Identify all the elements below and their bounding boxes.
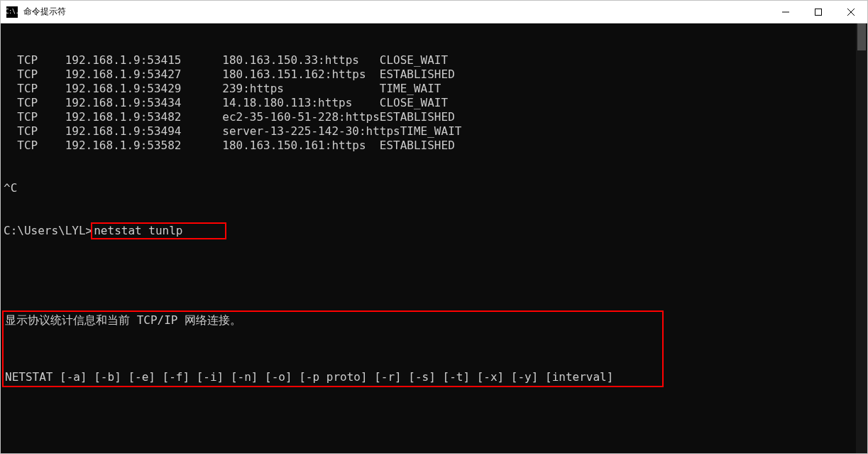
connection-row: TCP 192.168.1.9:53434 14.18.180.113:http… xyxy=(4,96,867,110)
prompt-line: C:\Users\LYL>netstat tunlp xyxy=(4,224,867,238)
close-icon xyxy=(847,9,855,16)
titlebar[interactable]: C:\. 命令提示符 xyxy=(1,1,867,23)
blank-line xyxy=(4,418,867,433)
app-icon: C:\. xyxy=(6,6,18,18)
prompt-path: C:\Users\LYL> xyxy=(4,224,92,237)
interrupt-line: ^C xyxy=(4,181,867,195)
connection-row: TCP 192.168.1.9:53482 ec2-35-160-51-228:… xyxy=(4,110,867,124)
connection-table: TCP 192.168.1.9:53415 180.163.150.33:htt… xyxy=(4,53,867,153)
scroll-thumb[interactable] xyxy=(857,23,866,50)
connection-row: TCP 192.168.1.9:53582 180.163.150.161:ht… xyxy=(4,139,867,153)
window-frame: C:\. 命令提示符 TCP 192.168.1.9:53415 180.163… xyxy=(0,0,868,454)
vertical-scrollbar[interactable] xyxy=(856,23,867,453)
help-summary: 显示协议统计信息和当前 TCP/IP 网络连接。 xyxy=(5,313,661,328)
minimize-button[interactable] xyxy=(769,1,802,23)
svg-rect-1 xyxy=(815,9,822,15)
blank-line xyxy=(4,266,867,281)
connection-row: TCP 192.168.1.9:53415 180.163.150.33:htt… xyxy=(4,53,867,67)
connection-row: TCP 192.168.1.9:53494 server-13-225-142-… xyxy=(4,124,867,139)
maximize-icon xyxy=(815,9,822,16)
blank-line xyxy=(5,342,661,356)
help-syntax: NETSTAT [-a] [-b] [-e] [-f] [-i] [-n] [-… xyxy=(5,370,661,384)
command-highlight: netstat tunlp xyxy=(91,222,226,239)
prompt-command: netstat tunlp xyxy=(94,224,182,237)
connection-row: TCP 192.168.1.9:53427 180.163.151.162:ht… xyxy=(4,67,867,82)
maximize-button[interactable] xyxy=(802,1,835,23)
help-highlight-block: 显示协议统计信息和当前 TCP/IP 网络连接。 NETSTAT [-a] [-… xyxy=(2,310,664,387)
window-title: 命令提示符 xyxy=(23,6,66,18)
terminal-viewport[interactable]: TCP 192.168.1.9:53415 180.163.150.33:htt… xyxy=(1,23,867,453)
minimize-icon xyxy=(782,9,789,16)
connection-row: TCP 192.168.1.9:53429 239:https TIME_WAI… xyxy=(4,82,867,96)
close-button[interactable] xyxy=(835,1,867,23)
